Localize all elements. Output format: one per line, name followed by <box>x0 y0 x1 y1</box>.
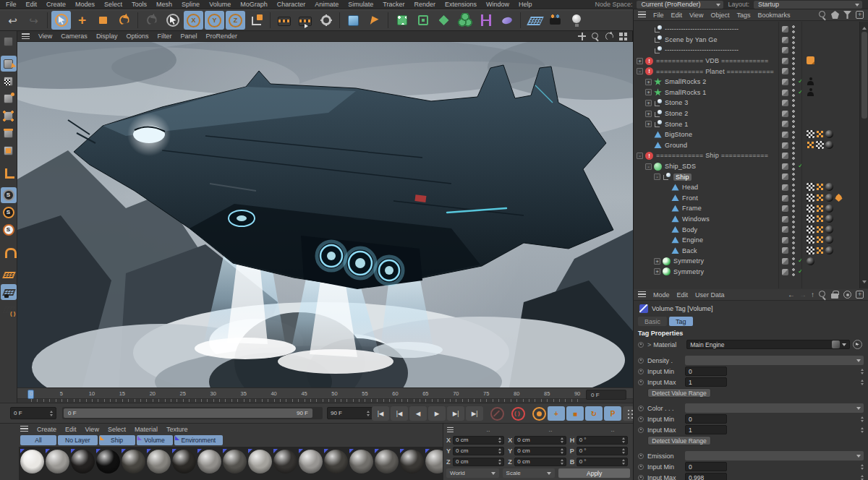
coord-value-field[interactable]: 0 ° <box>576 458 628 466</box>
visibility-dots[interactable] <box>792 25 795 33</box>
viewport-menu-icon[interactable] <box>22 33 30 40</box>
object-row-ship-sds[interactable]: -Ship_SDS✓ <box>634 161 860 172</box>
stepper-arrows-icon[interactable] <box>619 436 625 445</box>
menu-character[interactable]: Character <box>277 1 306 8</box>
end-frame-stepper[interactable]: 90 F <box>327 407 373 419</box>
object-row--vdb-[interactable]: +============ VDB ============ <box>634 56 860 67</box>
menu-simulate[interactable]: Simulate <box>348 1 373 8</box>
layer-toggle[interactable] <box>782 237 788 244</box>
anim-toggle-icon[interactable] <box>638 416 644 422</box>
stepper-arrows-icon[interactable] <box>495 436 501 445</box>
dots-tag-icon[interactable] <box>807 141 814 149</box>
stepper-arrows-icon[interactable] <box>858 415 864 424</box>
visibility-dots[interactable] <box>792 236 795 244</box>
object-row--planet-[interactable]: -============ Planet ============ <box>634 66 860 77</box>
menu-render[interactable]: Render <box>414 1 435 8</box>
material-swatch-3[interactable] <box>71 449 95 480</box>
menu-modes[interactable]: Modes <box>75 1 95 8</box>
sphere-tag-icon[interactable] <box>825 226 833 233</box>
add-field-button[interactable] <box>476 11 495 30</box>
stepper-arrows-icon[interactable] <box>47 409 53 418</box>
add-spline-button[interactable] <box>365 11 384 30</box>
key-scale-button[interactable]: ■ <box>566 406 584 421</box>
timeline-range-slider[interactable]: 0 F 90 F <box>62 407 323 419</box>
material-swatch-1[interactable] <box>20 449 44 480</box>
anim-toggle-icon[interactable] <box>638 369 644 374</box>
move-button[interactable]: + <box>72 11 92 30</box>
expand-toggle-icon[interactable]: - <box>637 153 643 159</box>
checker-tag-icon[interactable] <box>807 226 814 233</box>
material-swatch-12[interactable] <box>299 449 323 480</box>
target-icon[interactable] <box>843 291 851 299</box>
layer-toggle[interactable] <box>782 90 788 96</box>
object-row-stone-2[interactable]: +Stone 2 <box>634 108 860 119</box>
coord-value-field[interactable]: 0 ° <box>576 447 628 455</box>
material-swatch-9[interactable] <box>223 449 247 480</box>
visibility-dots[interactable] <box>792 184 795 192</box>
up-icon[interactable]: ↑ <box>811 291 814 299</box>
visibility-dots[interactable] <box>792 131 795 139</box>
object-row-windows[interactable]: Windows <box>634 214 860 225</box>
enabled-check-icon[interactable]: ✓ <box>798 88 804 95</box>
apply-button[interactable]: Apply <box>558 468 630 478</box>
coord-value-field[interactable]: 0 cm <box>453 447 504 455</box>
snap-settings-button[interactable]: S <box>1 222 17 238</box>
lock-icon[interactable] <box>831 291 839 299</box>
magnet-button[interactable] <box>1 244 17 260</box>
key-position-button[interactable]: + <box>548 406 565 421</box>
object-row--ship-[interactable]: -============ Ship ============ <box>634 150 860 161</box>
scale-button[interactable] <box>93 11 113 30</box>
layer-toggle[interactable] <box>782 226 788 233</box>
object-menu-edit[interactable]: Edit <box>671 12 683 19</box>
object-row-back[interactable]: Back <box>634 245 860 256</box>
menu-file[interactable]: File <box>6 1 17 8</box>
axis-y-button[interactable]: Y <box>205 11 224 30</box>
coordinate-space-select[interactable]: World <box>446 468 499 478</box>
dots-tag-icon[interactable] <box>816 247 824 254</box>
tab-basic[interactable]: Basic <box>638 317 667 326</box>
search-icon[interactable] <box>819 11 827 19</box>
coord-value-field[interactable]: 0 cm <box>453 458 504 466</box>
sphere-tag-icon[interactable] <box>825 130 833 138</box>
layer-toggle[interactable] <box>782 142 788 149</box>
object-menu-bookmarks[interactable]: Bookmarks <box>757 12 790 19</box>
coord-value-field[interactable]: 0 cm <box>514 436 566 445</box>
stepper-arrows-icon[interactable] <box>364 409 370 418</box>
value-field[interactable]: 0 <box>685 462 727 471</box>
undo-button[interactable]: ↩ <box>3 11 22 30</box>
play-sound-button[interactable] <box>490 407 504 421</box>
render-to-picture-viewer-button[interactable] <box>295 11 315 30</box>
attribute-menu-edit[interactable]: Edit <box>677 291 689 299</box>
object-tree-scrollbar[interactable] <box>859 22 868 288</box>
sphere-tag-icon[interactable] <box>825 194 833 202</box>
menu-tracker[interactable]: Tracker <box>383 1 404 8</box>
make-editable-button[interactable] <box>1 33 17 49</box>
attribute-menu-user-data[interactable]: User Data <box>695 291 725 299</box>
stepper-arrows-icon[interactable] <box>558 436 563 445</box>
object-row-ground[interactable]: Ground <box>634 140 860 151</box>
anim-toggle-icon[interactable] <box>638 475 644 480</box>
menu-select[interactable]: Select <box>104 1 122 8</box>
layer-toggle[interactable] <box>782 121 788 127</box>
checker-tag-icon[interactable] <box>807 236 814 244</box>
checker-tag-icon[interactable] <box>807 205 814 213</box>
layer-toggle[interactable] <box>782 184 788 191</box>
layer-toggle[interactable] <box>782 26 788 33</box>
last-tool-button[interactable] <box>142 11 161 30</box>
layer-toggle[interactable] <box>782 132 788 138</box>
layer-toggle[interactable] <box>782 269 788 275</box>
material-menu-material[interactable]: Material <box>135 426 158 433</box>
expand-chevron-icon[interactable]: > <box>647 341 651 348</box>
material-swatch-7[interactable] <box>172 449 196 480</box>
viewport-menu-cameras[interactable]: Cameras <box>61 33 88 40</box>
layer-toggle[interactable] <box>782 153 788 159</box>
add-camera-button[interactable] <box>545 11 565 30</box>
layer-tab-environment[interactable]: Environment <box>174 435 224 445</box>
scroll-down-icon[interactable] <box>862 280 867 286</box>
material-swatch-8[interactable] <box>197 449 221 480</box>
viewport-menu-view[interactable]: View <box>38 33 52 40</box>
layer-tab-volume[interactable]: Volume <box>137 435 173 445</box>
points-mode-button[interactable] <box>1 108 17 124</box>
add-blob-button[interactable] <box>497 11 516 30</box>
add-volume-button[interactable] <box>455 11 475 30</box>
